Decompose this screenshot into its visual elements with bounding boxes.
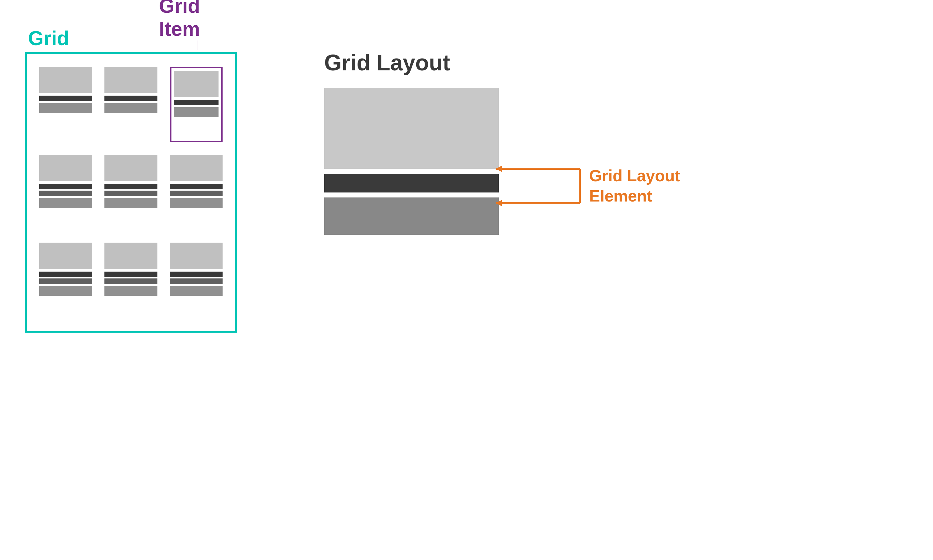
item-dark-bar <box>170 278 222 284</box>
item-bottom-rect <box>174 107 219 117</box>
item-top-rect <box>39 67 92 93</box>
item-bottom-rect <box>105 103 157 113</box>
grid-item <box>105 155 157 231</box>
item-bottom-rect <box>105 198 157 208</box>
item-dark-bar <box>39 184 92 189</box>
item-bottom-rect <box>39 286 92 296</box>
item-dark-bar <box>105 278 157 284</box>
item-dark-bar <box>170 184 222 189</box>
svg-marker-3 <box>496 200 502 206</box>
item-top-rect <box>39 243 92 269</box>
grid-item <box>39 67 92 142</box>
grid-item-arrow-down <box>197 40 198 50</box>
grid-item <box>105 67 157 142</box>
item-dark-bar <box>39 191 92 196</box>
item-top-rect <box>105 155 157 181</box>
grid-item <box>170 155 222 231</box>
item-top-rect <box>170 155 222 181</box>
grid-item-highlighted <box>170 67 222 142</box>
layout-bottom-rect <box>324 197 499 235</box>
item-dark-bar <box>39 278 92 284</box>
item-top-rect <box>170 243 222 269</box>
item-top-rect <box>39 155 92 181</box>
grid-layout-element-label: Grid Layout Element <box>589 166 702 206</box>
layout-diagram: Grid Layout Element <box>324 88 499 235</box>
item-dark-bar <box>174 100 219 105</box>
grid-layout-title: Grid Layout <box>324 50 450 75</box>
item-dark-bar <box>39 272 92 277</box>
item-top-rect <box>105 243 157 269</box>
svg-marker-1 <box>496 166 502 172</box>
layout-top-rect <box>324 88 499 169</box>
item-bottom-rect <box>39 198 92 208</box>
item-dark-bar <box>105 184 157 189</box>
grid-item <box>39 243 92 318</box>
item-top-rect <box>174 71 219 97</box>
item-dark-bar <box>170 191 222 196</box>
item-bottom-rect <box>39 103 92 113</box>
item-top-rect <box>105 67 157 93</box>
left-section: Grid Grid Item <box>25 19 237 332</box>
grid-item-label-wrapper: Grid Item <box>159 0 237 50</box>
grid-item <box>170 243 222 318</box>
item-bottom-rect <box>105 286 157 296</box>
item-dark-bar <box>105 191 157 196</box>
layout-dark-bar <box>324 174 499 192</box>
item-bottom-rect <box>170 198 222 208</box>
labels-row: Grid Grid Item <box>25 19 237 50</box>
item-dark-bar <box>105 272 157 277</box>
grid-item <box>105 243 157 318</box>
item-dark-bar <box>39 95 92 101</box>
grid-item <box>39 155 92 231</box>
item-bottom-rect <box>170 286 222 296</box>
grid-label: Grid <box>28 27 69 50</box>
item-dark-bar <box>105 95 157 101</box>
main-container: Grid Grid Item <box>25 19 908 332</box>
right-section: Grid Layout Grid Layout Element <box>324 50 499 235</box>
item-dark-bar <box>170 272 222 277</box>
grid-diagram <box>25 52 237 332</box>
grid-item-label: Grid Item <box>159 0 237 40</box>
